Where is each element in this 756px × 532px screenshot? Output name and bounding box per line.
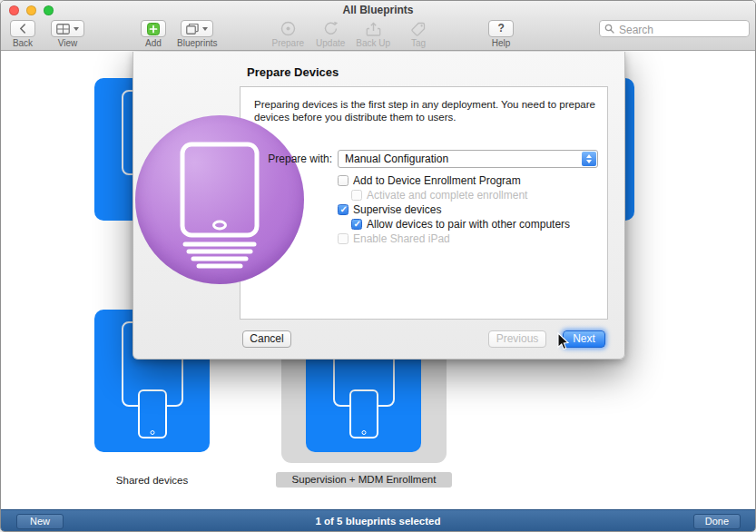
checkbox-box[interactable]	[338, 175, 349, 186]
prepare-with-label: Prepare with:	[240, 150, 332, 168]
home-button-icon	[150, 430, 154, 435]
prepare-with-select[interactable]: Manual Configuration	[338, 150, 598, 168]
previous-button: Previous	[488, 330, 546, 348]
toolbar-help-button[interactable]: ? Help	[488, 20, 514, 48]
checkbox-label: Supervise devices	[353, 203, 441, 216]
checkbox-add-to-device-enrollment-program[interactable]: Add to Device Enrollment Program	[338, 173, 570, 188]
traffic-lights	[9, 5, 54, 15]
stepper-icon[interactable]	[582, 152, 596, 166]
checkbox-label: Add to Device Enrollment Program	[353, 174, 521, 187]
search-icon	[604, 24, 614, 34]
blueprints-icon[interactable]	[181, 20, 213, 37]
toolbar-view-label: View	[58, 38, 78, 48]
view-grid-icon[interactable]	[51, 20, 84, 37]
toolbar-add-label: Add	[145, 38, 162, 48]
checkbox-supervise-devices[interactable]: Supervise devices	[338, 202, 570, 217]
checkbox-allow-devices-to-pair[interactable]: Allow devices to pair with other compute…	[351, 217, 570, 232]
checkbox-enable-shared-ipad: Enable Shared iPad	[338, 232, 570, 246]
toolbar-help-label: Help	[492, 38, 511, 48]
checkbox-activate-and-complete-enrollment: Activate and complete enrollment	[351, 188, 570, 202]
toolbar-tag-button: Tag	[406, 20, 431, 48]
checkbox-box[interactable]	[338, 204, 349, 215]
tag-icon	[406, 20, 431, 37]
iphone-outline-icon	[349, 389, 378, 438]
close-window-button[interactable]	[9, 5, 19, 15]
checkbox-box	[338, 233, 349, 244]
prepare-devices-dialog: Prepare Devices Preparing devices is the…	[133, 52, 625, 360]
checkbox-box	[351, 190, 362, 201]
selection-status-text: 1 of 5 blueprints selected	[1, 510, 755, 532]
toolbar-update-label: Update	[316, 38, 345, 48]
question-mark-glyph: ?	[497, 21, 504, 36]
chevron-down-icon	[74, 27, 79, 31]
toolbar-prepare-button: Prepare	[271, 20, 304, 48]
back-chevron-icon[interactable]	[10, 20, 35, 37]
chevron-down-icon	[586, 160, 592, 163]
minimize-window-button[interactable]	[26, 5, 36, 15]
toolbar-blueprints-label: Blueprints	[177, 38, 217, 48]
prepare-devices-icon	[135, 115, 304, 284]
checkbox-group: Add to Device Enrollment Program Activat…	[338, 173, 570, 246]
toolbar-prepare-label: Prepare	[271, 38, 304, 48]
toolbar-add-button[interactable]: Add	[141, 20, 166, 48]
add-plus-icon[interactable]	[141, 20, 166, 37]
next-button[interactable]: Next	[563, 330, 605, 348]
window-title: All Blueprints	[1, 1, 755, 19]
blueprints-grid: Shared devices Supervision + MDM Enrollm…	[1, 51, 755, 509]
window-header: All Blueprints Back View Add	[1, 1, 755, 51]
toolbar-blueprints-button[interactable]: Blueprints	[177, 20, 217, 48]
chevron-down-icon	[202, 27, 208, 31]
toolbar-update-button: Update	[316, 20, 345, 48]
dialog-title: Prepare Devices	[247, 65, 339, 79]
dialog-intro-text: Preparing devices is the first step in a…	[254, 98, 595, 123]
blueprint-label-supervision-mdm: Supervision + MDM Enrollment	[276, 472, 452, 488]
prepare-with-row: Prepare with: Manual Configuration	[240, 150, 608, 168]
iphone-outline-icon	[138, 389, 167, 438]
help-question-icon[interactable]: ?	[488, 20, 514, 37]
toolbar-back-button[interactable]: Back	[10, 20, 35, 48]
home-button-icon	[361, 430, 366, 435]
zoom-window-button[interactable]	[44, 5, 54, 15]
checkbox-box[interactable]	[351, 219, 362, 230]
update-refresh-icon	[318, 20, 343, 37]
done-button[interactable]: Done	[693, 514, 741, 529]
toolbar-backup-button: Back Up	[356, 20, 390, 48]
toolbar-view-button[interactable]: View	[51, 20, 84, 48]
toolbar-tag-label: Tag	[411, 38, 426, 48]
toolbar-backup-label: Back Up	[356, 38, 390, 48]
titlebar: All Blueprints	[1, 1, 755, 19]
checkbox-label: Allow devices to pair with other compute…	[367, 218, 570, 231]
search-input[interactable]	[600, 23, 749, 38]
checkbox-label: Activate and complete enrollment	[367, 189, 527, 202]
toolbar-back-label: Back	[13, 38, 33, 48]
backup-arrow-icon	[360, 20, 386, 37]
search-field[interactable]	[599, 20, 750, 37]
statusbar: New 1 of 5 blueprints selected Done	[1, 509, 755, 532]
cancel-button[interactable]: Cancel	[242, 330, 291, 348]
app-window: All Blueprints Back View Add	[0, 0, 756, 532]
chevron-up-icon	[586, 154, 592, 158]
new-blueprint-button[interactable]: New	[16, 514, 64, 529]
checkbox-label: Enable Shared iPad	[353, 232, 450, 245]
prepare-circle-icon	[275, 20, 300, 37]
prepare-with-value: Manual Configuration	[339, 151, 597, 167]
toolbar: Back View Add Blueprin	[1, 19, 755, 50]
blueprint-label-shared-devices: Shared devices	[94, 475, 210, 486]
